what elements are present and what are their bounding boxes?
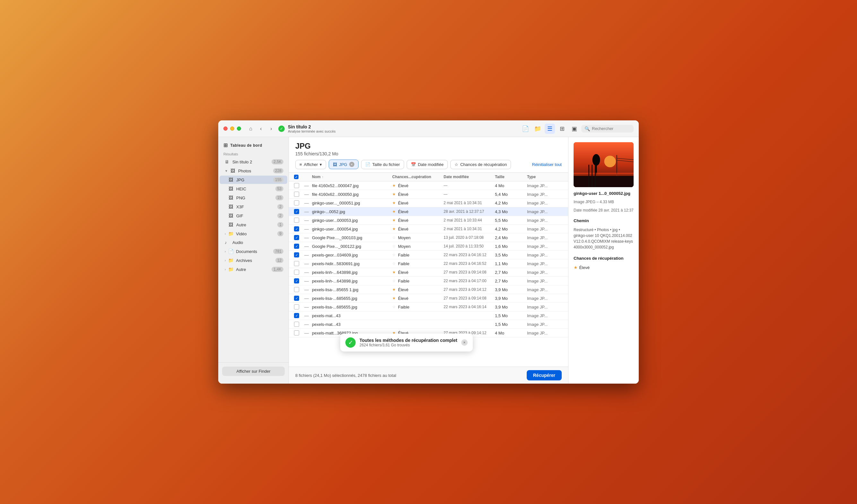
sidebar-toggle-icon[interactable]: ▣: [569, 123, 579, 134]
sidebar-item-photos[interactable]: ▼ 🖼 Photos 228: [220, 167, 287, 175]
cell-checkbox[interactable]: [293, 330, 303, 335]
taille-filter[interactable]: 📄 Taille du fichier: [361, 160, 404, 169]
col-recovery[interactable]: Chances...cupération: [391, 175, 442, 179]
table-row[interactable]: — pexels-mat...43 1,5 Mo Image JP...: [289, 320, 568, 329]
close-button[interactable]: [223, 127, 228, 131]
sidebar-item-jpg[interactable]: 🖼 JPG 155: [220, 175, 287, 184]
cell-checkbox[interactable]: ✓: [293, 278, 303, 284]
cell-checkbox[interactable]: [293, 183, 303, 188]
jpg-filter[interactable]: 🖼 JPG ×: [329, 159, 358, 169]
afficher-filter[interactable]: ≡ Afficher ▾: [295, 160, 326, 169]
table-row[interactable]: ✓ — Google Pixe...._000103.jpg ☆Moyen 13…: [289, 233, 568, 242]
doc-icon[interactable]: 📄: [520, 123, 531, 134]
col-type[interactable]: Type: [526, 175, 564, 179]
cell-checkbox[interactable]: [293, 218, 303, 223]
table-row[interactable]: — file 4160x62...000050.jpg ★Élevé — 5,4…: [289, 190, 568, 199]
cell-icon: —: [303, 287, 311, 292]
cell-checkbox[interactable]: ✓: [293, 296, 303, 301]
sidebar-item-documents[interactable]: › 📄 Documents 781: [220, 247, 287, 255]
finder-button[interactable]: Afficher sur Finder: [222, 367, 285, 376]
row-checkbox[interactable]: [294, 192, 299, 197]
search-input[interactable]: [592, 126, 631, 131]
home-button[interactable]: ⌂: [246, 124, 255, 133]
jpg-filter-close[interactable]: ×: [349, 162, 354, 167]
toast-close-button[interactable]: ×: [461, 339, 468, 346]
reset-button[interactable]: Réinitialiser tout: [532, 162, 562, 167]
sidebar-item-audio[interactable]: ♪ Audio: [220, 238, 287, 247]
sidebar-item-autre[interactable]: › 📁 Autre 1,4K: [220, 265, 287, 273]
list-icon[interactable]: ☰: [545, 123, 555, 134]
row-checkbox[interactable]: [294, 183, 299, 188]
cell-type: Image JP...: [526, 305, 564, 309]
row-checkbox[interactable]: [294, 218, 299, 223]
cell-checkbox[interactable]: ✓: [293, 243, 303, 249]
col-date[interactable]: Date modifiée: [442, 175, 494, 179]
table-row[interactable]: ✓ — ginkgo-...0052.jpg ★Élevé 28 avr. 20…: [289, 207, 568, 216]
search-box[interactable]: 🔍: [581, 125, 634, 133]
row-checkbox[interactable]: ✓: [294, 226, 299, 232]
maximize-button[interactable]: [237, 127, 241, 131]
row-checkbox[interactable]: [294, 200, 299, 205]
row-checkbox[interactable]: ✓: [294, 296, 299, 301]
row-checkbox[interactable]: ✓: [294, 235, 299, 240]
table-row[interactable]: ✓ — pexels-lisa-...685655.jpg ★Élevé 27 …: [289, 294, 568, 303]
date-filter[interactable]: 📅 Date modifiée: [407, 160, 448, 169]
row-checkbox[interactable]: ✓: [294, 209, 299, 214]
sidebar-item-gif[interactable]: 🖼 GIF 2: [220, 212, 287, 220]
sidebar-item-png[interactable]: 🖼 PNG 15: [220, 194, 287, 202]
sidebar-item-sin-titulo[interactable]: 🖥 Sin título 2 2,5K: [220, 157, 287, 166]
cell-checkbox[interactable]: ✓: [293, 226, 303, 232]
table-row[interactable]: — pexels-lisa-...685655.jpg ☆Faible 22 m…: [289, 303, 568, 312]
table-row[interactable]: ✓ — pexels-mat...43 1,5 Mo Image JP...: [289, 312, 568, 320]
table-row[interactable]: ✓ — pexels-linh-...643898.jpg ☆Faible 22…: [289, 277, 568, 285]
folder-icon[interactable]: 📁: [533, 123, 543, 134]
row-checkbox[interactable]: [294, 330, 299, 335]
table-row[interactable]: — file 4160x52...000047.jpg ★Élevé — 4 M…: [289, 181, 568, 190]
table-row[interactable]: — pexels-linh-...643898.jpg ★Élevé 27 ma…: [289, 268, 568, 277]
back-button[interactable]: ‹: [256, 124, 266, 133]
cell-checkbox[interactable]: ✓: [293, 252, 303, 257]
sidebar-item-label: PNG: [236, 196, 273, 200]
row-checkbox[interactable]: ✓: [294, 243, 299, 249]
cell-checkbox[interactable]: ✓: [293, 313, 303, 318]
recover-button[interactable]: Récupérer: [527, 370, 562, 381]
row-checkbox[interactable]: ✓: [294, 252, 299, 257]
sidebar-item-x3f[interactable]: 🖼 X3F 2: [220, 203, 287, 211]
row-checkbox[interactable]: ✓: [294, 313, 299, 318]
sidebar-item-video[interactable]: › 📁 Vidéo 9: [220, 230, 287, 238]
chances-filter[interactable]: ☆ Chances de récupération: [450, 160, 511, 169]
table-row[interactable]: — ginkgo-user..._000051.jpg ★Élevé 2 mai…: [289, 199, 568, 207]
cell-checkbox[interactable]: [293, 200, 303, 205]
cell-checkbox[interactable]: ✓: [293, 209, 303, 214]
cell-checkbox[interactable]: [293, 322, 303, 327]
table-row[interactable]: — pexels-hidir...5830691.jpg ☆Faible 22 …: [289, 259, 568, 268]
select-all-checkbox[interactable]: ✓: [294, 175, 299, 179]
col-nom[interactable]: Nom ↑: [311, 175, 391, 179]
minimize-button[interactable]: [230, 127, 234, 131]
documents-icon: 📄: [228, 249, 234, 254]
cell-checkbox[interactable]: [293, 270, 303, 275]
row-checkbox[interactable]: [294, 287, 299, 292]
cell-checkbox[interactable]: [293, 304, 303, 309]
grid-icon[interactable]: ⊞: [557, 123, 567, 134]
row-checkbox[interactable]: [294, 304, 299, 309]
row-checkbox[interactable]: [294, 322, 299, 327]
row-checkbox[interactable]: ✓: [294, 278, 299, 284]
sidebar-item-autre-photo[interactable]: 🖼 Autre 1: [220, 220, 287, 229]
table-row[interactable]: — ginkgo-user...000053.jpg ★Élevé 2 mai …: [289, 216, 568, 225]
col-size[interactable]: Taille: [494, 175, 526, 179]
cell-checkbox[interactable]: [293, 287, 303, 292]
cell-checkbox[interactable]: [293, 261, 303, 266]
row-checkbox[interactable]: [294, 270, 299, 275]
cell-checkbox[interactable]: ✓: [293, 235, 303, 240]
cell-checkbox[interactable]: [293, 192, 303, 197]
sidebar-item-archives[interactable]: › 📁 Archives 12: [220, 256, 287, 265]
window-title: Sin título 2: [288, 124, 520, 129]
table-row[interactable]: ✓ — pexels-geor...034609.jpg ☆Faible 22 …: [289, 251, 568, 259]
sidebar-item-heic[interactable]: 🖼 HEIC 53: [220, 185, 287, 193]
table-row[interactable]: ✓ — ginkgo-user...000054.jpg ★Élevé 2 ma…: [289, 225, 568, 233]
row-checkbox[interactable]: [294, 261, 299, 266]
forward-button[interactable]: ›: [267, 124, 276, 133]
table-row[interactable]: — pexels-lisa-...85655 1.jpg ★Élevé 27 m…: [289, 285, 568, 294]
table-row[interactable]: ✓ — Google Pixe..._000122.jpg ☆Moyen 14 …: [289, 242, 568, 251]
